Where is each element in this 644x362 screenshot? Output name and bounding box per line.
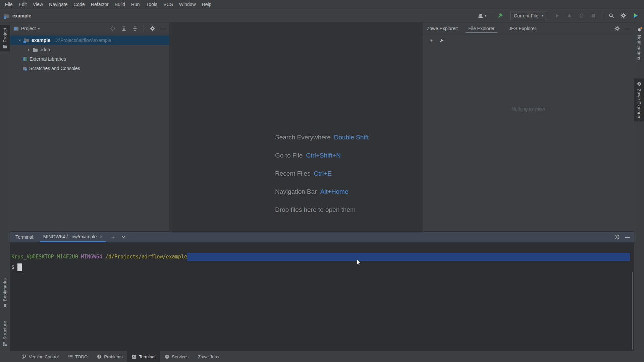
statusbar-terminal[interactable]: Terminal	[127, 351, 160, 362]
menu-build[interactable]: Build	[112, 0, 128, 9]
hide-panel-icon[interactable]: —	[161, 26, 165, 31]
statusbar-zowe-jobs[interactable]: Zowe Jobs	[193, 351, 224, 362]
menu-window[interactable]: Window	[176, 0, 199, 9]
menu-help[interactable]: Help	[199, 0, 215, 9]
tree-node-path: D:\Projects\airflow\example	[54, 38, 111, 43]
shortcut-keys: Alt+Home	[320, 188, 348, 195]
chevron-down-icon[interactable]	[121, 235, 126, 239]
tree-row-external-libraries[interactable]: External Libraries	[10, 54, 169, 64]
menu-code[interactable]: Code	[70, 0, 88, 9]
tree-row-idea[interactable]: .idea	[10, 45, 169, 54]
chevron-down-icon[interactable]	[17, 38, 22, 43]
shortcut-keys: Ctrl+E	[314, 170, 332, 177]
menu-run[interactable]: Run	[128, 0, 143, 9]
project-panel-title: Project	[21, 26, 36, 31]
search-icon[interactable]	[607, 12, 615, 20]
statusbar-services[interactable]: Services	[160, 351, 193, 362]
close-icon[interactable]: ×	[100, 234, 102, 239]
run-config-select[interactable]: Current File ▾	[510, 11, 547, 20]
settings-gear-icon[interactable]	[614, 25, 620, 32]
settings-gear-icon[interactable]	[614, 234, 620, 240]
menu-file[interactable]: File	[2, 0, 16, 9]
mouse-cursor	[356, 259, 362, 266]
run-button[interactable]	[553, 12, 561, 20]
tree-row-scratches[interactable]: Scratches and Consoles	[10, 64, 169, 73]
menu-refactor[interactable]: Refactor	[88, 0, 112, 9]
wrench-icon[interactable]	[439, 38, 444, 43]
coverage-button[interactable]	[577, 12, 585, 20]
project-toolwindow: Project ▾	[10, 22, 170, 231]
toolbar-separator	[602, 12, 602, 19]
stripe-zowe-explorer-button[interactable]: Z Zowe Explorer	[634, 78, 644, 121]
tab-file-explorer[interactable]: File Explorer	[467, 22, 496, 35]
stripe-project-button[interactable]: Project	[0, 25, 10, 51]
hide-panel-icon[interactable]: —	[625, 235, 630, 239]
main-toolbar: ▾ Current File ▾	[477, 11, 641, 20]
terminal-header: Terminal: MINGW64:/...ow/example × + —	[10, 232, 634, 242]
svg-text:Z: Z	[638, 83, 640, 85]
chevron-down-icon: ▾	[542, 14, 543, 17]
statusbar-label: Services	[172, 354, 189, 359]
expand-all-icon[interactable]	[121, 25, 127, 32]
statusbar-todo[interactable]: TODO	[63, 351, 92, 362]
terminal-tab[interactable]: MINGW64:/...ow/example ×	[40, 232, 106, 242]
terminal-cwd: /d/Projects/airflow/example	[105, 254, 187, 260]
hide-panel-icon[interactable]: —	[625, 26, 630, 31]
project-tree: example D:\Projects\airflow\example .ide…	[10, 35, 169, 73]
new-terminal-tab-icon[interactable]: +	[111, 234, 115, 240]
shortcut-label: Navigation Bar	[275, 188, 317, 195]
statusbar-version-control[interactable]: Version Control	[17, 351, 63, 362]
shortcut-label: Go to File	[275, 152, 303, 159]
terminal-user: Krus_V@DESKTOP-M14F2U0	[11, 254, 78, 260]
statusbar-problems[interactable]: Problems	[92, 351, 127, 362]
menu-vcs[interactable]: VCS	[160, 0, 176, 9]
terminal-scrollbar[interactable]	[632, 272, 633, 350]
drop-files-hint: Drop files here to open them	[275, 201, 369, 219]
bell-icon	[637, 28, 642, 33]
editor-area[interactable]: Search Everywhere Double Shift Go to Fil…	[170, 22, 422, 231]
debug-bug-icon[interactable]	[565, 12, 573, 20]
chevron-down-icon[interactable]: ▾	[38, 27, 40, 31]
project-root-folder-icon	[4, 13, 10, 18]
stripe-bookmarks-button[interactable]: Bookmarks	[0, 276, 10, 311]
menu-navigate[interactable]: Navigate	[46, 0, 70, 9]
toolbar-separator	[491, 12, 491, 19]
profile-user-icon[interactable]: ▾	[477, 13, 486, 19]
scratches-icon	[22, 66, 27, 71]
libraries-icon	[22, 57, 28, 61]
tree-row-example[interactable]: example D:\Projects\airflow\example	[10, 36, 169, 45]
settings-gear-icon[interactable]	[150, 25, 156, 32]
zowe-icon: Z	[637, 81, 642, 86]
menu-view[interactable]: View	[30, 0, 46, 9]
stop-button[interactable]	[589, 12, 597, 20]
statusbar-label: Problems	[104, 354, 122, 359]
code-with-me-icon[interactable]	[631, 12, 639, 20]
menu-edit[interactable]: Edit	[16, 0, 30, 9]
locate-file-icon[interactable]	[110, 25, 116, 32]
settings-gear-icon[interactable]	[619, 12, 627, 20]
collapse-all-icon[interactable]	[132, 25, 138, 32]
terminal-label: Terminal:	[15, 234, 35, 240]
add-profile-icon[interactable]: +	[429, 38, 433, 44]
terminal-toolwindow: Terminal: MINGW64:/...ow/example × + —	[10, 231, 634, 351]
stripe-notifications-button[interactable]: Notifications	[634, 25, 644, 63]
project-panel-header: Project ▾	[10, 22, 169, 35]
shortcut-label: Recent Files	[275, 170, 311, 177]
chevron-right-icon[interactable]	[26, 48, 31, 52]
terminal-output[interactable]: Krus_V@DESKTOP-M14F2U0 MINGW64 /d/Projec…	[10, 242, 634, 351]
terminal-input-line[interactable]: $	[11, 262, 634, 272]
stripe-zowe-explorer-label: Zowe Explorer	[637, 89, 642, 119]
zowe-empty-message: Nothing to show	[423, 106, 634, 112]
shortcut-row: Go to File Ctrl+Shift+N	[275, 146, 369, 165]
terminal-env: MINGW64	[81, 254, 102, 260]
menu-tools[interactable]: Tools	[143, 0, 160, 9]
menubar: File Edit View Navigate Code Refactor Bu…	[0, 0, 644, 9]
statusbar-label: Version Control	[29, 354, 59, 359]
statusbar: Version Control TODO Problems Terminal	[0, 351, 644, 362]
left-toolwindow-stripe: Project Bookmarks Structure	[0, 22, 10, 351]
project-title: example	[12, 13, 31, 18]
build-hammer-icon[interactable]	[496, 12, 504, 20]
stripe-structure-button[interactable]: Structure	[0, 318, 10, 349]
shortcut-keys: Ctrl+Shift+N	[306, 152, 340, 159]
tab-jes-explorer[interactable]: JES Explorer	[507, 22, 538, 35]
